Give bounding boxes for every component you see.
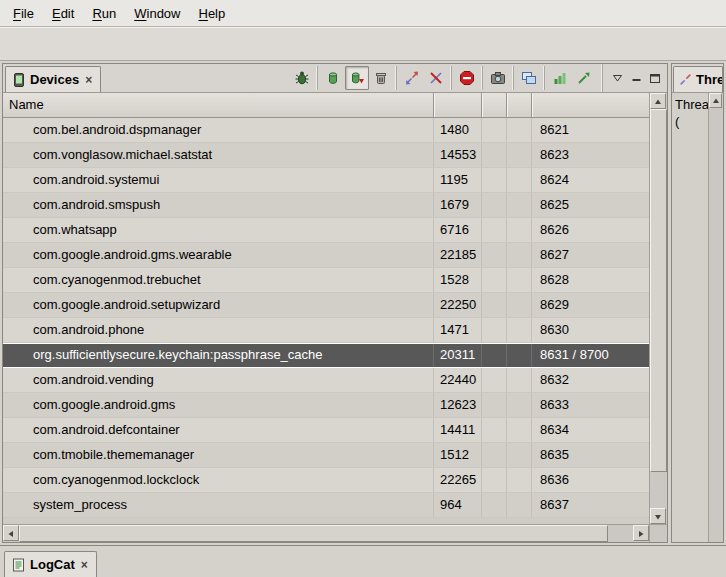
table-row[interactable]: com.bel.android.dspmanager14808621 [3,118,649,143]
minimize-icon[interactable] [630,72,642,84]
cell-port: 8630 [531,318,649,342]
toolbar-group [544,66,599,90]
cell-pid: 22185 [433,243,481,267]
table-row[interactable]: com.android.vending224408632 [3,368,649,393]
table-row[interactable]: com.android.systemui11958624 [3,168,649,193]
vertical-scroll-thumb[interactable] [650,109,667,472]
maximize-icon[interactable] [649,72,661,84]
cause-gc-icon[interactable] [369,66,393,90]
cell-empty-1 [481,344,506,367]
cell-name: com.cyanogenmod.lockclock [3,468,433,492]
cell-port: 8632 [531,368,649,392]
cell-name: com.bel.android.dspmanager [3,118,433,142]
threads-scroll-up-button[interactable] [709,93,722,108]
table-row[interactable]: org.sufficientlysecure.keychain:passphra… [3,343,649,368]
arrow-right-icon [637,526,645,541]
tab-logcat[interactable]: LogCat × [4,551,97,577]
cell-port: 8624 [531,168,649,192]
table-row[interactable]: com.cyanogenmod.trebuchet15288628 [3,268,649,293]
cell-empty-2 [506,493,531,517]
table-row[interactable]: com.google.android.gms126238633 [3,393,649,418]
cell-empty-2 [506,218,531,242]
scroll-right-button[interactable] [633,525,649,541]
column-header-name[interactable]: Name [3,93,433,117]
tab-threads[interactable]: Threa [673,66,723,92]
cell-name: com.android.systemui [3,168,433,192]
cell-port: 8623 [531,143,649,167]
table-row[interactable]: com.google.android.gms.wearable221858627 [3,243,649,268]
horizontal-scrollbar[interactable] [3,524,667,542]
cell-name: com.google.android.gms.wearable [3,243,433,267]
close-icon[interactable]: × [80,559,89,571]
screen-capture-icon[interactable] [486,66,510,90]
table-row[interactable]: com.google.android.setupwizard222508629 [3,293,649,318]
cell-empty-2 [506,293,531,317]
toolbar-group [482,66,513,90]
menu-file[interactable]: File [4,3,43,24]
menu-edit[interactable]: Edit [43,3,83,24]
scroll-down-button[interactable] [650,508,666,524]
panel-window-controls [602,64,667,92]
horizontal-scroll-thumb[interactable] [19,525,608,542]
scrollbar-corner [649,525,667,542]
debug-process-icon[interactable] [290,66,314,90]
table-row[interactable]: com.tmobile.thememanager15128635 [3,443,649,468]
cell-empty-2 [506,243,531,267]
cell-name: com.android.vending [3,368,433,392]
device-table-main: Name com.bel.android.dspmanager14808621c… [3,93,649,524]
table-row[interactable]: com.cyanogenmod.lockclock222658636 [3,468,649,493]
column-header-pid[interactable] [433,93,481,117]
stop-process-icon[interactable] [455,66,479,90]
table-row[interactable]: system_process9648637 [3,493,649,518]
threads-content: Thread up ( [672,93,723,542]
logcat-bar: LogCat × [0,545,726,577]
update-heap-icon[interactable] [321,66,345,90]
cell-empty-2 [506,268,531,292]
cell-pid: 1480 [433,118,481,142]
cell-pid: 1679 [433,193,481,217]
threads-scrollbar[interactable] [708,93,723,542]
cell-port: 8635 [531,443,649,467]
vertical-scrollbar[interactable] [649,93,667,524]
dump-hprof-icon[interactable] [345,66,369,90]
table-row[interactable]: com.vonglasow.michael.satstat145538623 [3,143,649,168]
device-icon [13,73,25,87]
cell-pid: 6716 [433,218,481,242]
threads-message-line-1: Thread up [675,96,708,113]
view-hierarchy-icon[interactable] [517,66,541,90]
vertical-scroll-track[interactable] [650,109,667,508]
cell-name: com.tmobile.thememanager [3,443,433,467]
menu-run[interactable]: Run [83,3,125,24]
threads-message: Thread up ( [675,96,708,130]
column-header-empty-2[interactable] [506,93,531,117]
tab-devices[interactable]: Devices × [5,66,101,92]
cell-name: com.google.android.setupwizard [3,293,433,317]
update-threads-icon[interactable] [400,66,424,90]
table-row[interactable]: com.android.smspush16798625 [3,193,649,218]
method-profiling-icon[interactable] [572,66,596,90]
table-row[interactable]: com.android.phone14718630 [3,318,649,343]
scroll-left-button[interactable] [3,525,19,541]
cell-empty-1 [481,443,506,467]
cell-name: com.whatsapp [3,218,433,242]
cell-pid: 20311 [433,344,481,367]
column-header-empty-1[interactable] [481,93,506,117]
horizontal-scroll-track[interactable] [19,525,633,542]
column-header-port[interactable] [531,93,649,117]
view-menu-icon[interactable] [611,72,623,84]
cell-pid: 22250 [433,293,481,317]
cell-empty-2 [506,193,531,217]
table-row[interactable]: com.whatsapp67168626 [3,218,649,243]
close-icon[interactable]: × [84,74,93,86]
scroll-up-button[interactable] [650,93,666,109]
menu-help[interactable]: Help [189,3,234,24]
cell-name: org.sufficientlysecure.keychain:passphra… [3,344,433,367]
cell-pid: 1528 [433,268,481,292]
system-info-icon[interactable] [548,66,572,90]
table-row[interactable]: com.android.defcontainer144118634 [3,418,649,443]
menu-window[interactable]: Window [125,3,189,24]
threads-message-line-2: ( [675,113,708,130]
device-table: Name com.bel.android.dspmanager14808621c… [3,93,667,524]
stop-method-profiling-icon[interactable] [424,66,448,90]
arrow-left-icon [7,526,15,541]
